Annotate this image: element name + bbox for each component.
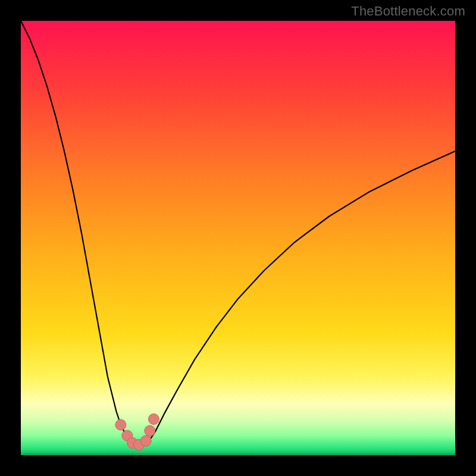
data-marker <box>148 414 159 424</box>
watermark-text: TheBottleneck.com <box>351 4 465 19</box>
baseline-strip <box>21 453 455 455</box>
chart-svg <box>21 21 455 455</box>
data-marker <box>115 419 126 430</box>
chart-frame: TheBottleneck.com <box>0 0 476 476</box>
gradient-background <box>21 21 455 455</box>
data-marker <box>140 436 151 446</box>
plot-area <box>21 21 455 455</box>
data-marker <box>145 425 155 436</box>
